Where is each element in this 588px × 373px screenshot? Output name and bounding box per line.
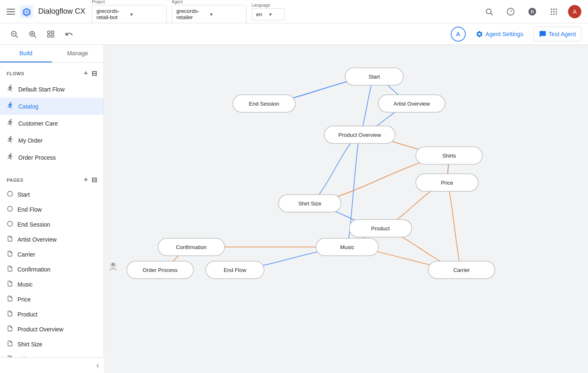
project-chevron-icon: ▾ bbox=[130, 11, 162, 17]
project-dropdown-group: Project grecords-retail-bot ▾ bbox=[92, 0, 167, 23]
page-item-shirt-size[interactable]: Shirt Size bbox=[0, 337, 104, 352]
node-end-session[interactable]: End Session bbox=[233, 95, 295, 112]
node-order-process[interactable]: Order Process bbox=[127, 261, 193, 279]
flow-diagram: StartEnd SessionArtist OverviewProduct O… bbox=[104, 45, 588, 373]
app-logo bbox=[20, 5, 33, 18]
node-label-end-flow: End Flow bbox=[224, 267, 247, 273]
project-label: Project bbox=[92, 0, 167, 4]
page-item-end-flow[interactable]: End Flow bbox=[0, 202, 104, 217]
delete-page-icon[interactable]: ⊟ bbox=[91, 176, 97, 184]
node-shirt-size[interactable]: Shirt Size bbox=[279, 195, 341, 212]
project-value: grecords-retail-bot bbox=[96, 8, 128, 20]
agent-settings-label: Agent Settings bbox=[486, 31, 524, 37]
undo-button[interactable] bbox=[62, 27, 77, 42]
node-shirts[interactable]: Shirts bbox=[416, 147, 482, 164]
sidebar-item-order-process[interactable]: Order Process bbox=[0, 149, 104, 166]
agent-dropdown-group: Agent grecords-retailer ▾ bbox=[172, 0, 247, 23]
svg-point-28 bbox=[7, 206, 12, 211]
person-icon bbox=[110, 262, 116, 270]
sidebar-footer: ‹ bbox=[0, 357, 104, 373]
svg-rect-24 bbox=[52, 31, 54, 33]
page-item-confirmation[interactable]: Confirmation bbox=[0, 262, 104, 277]
node-end-flow[interactable]: End Flow bbox=[206, 261, 264, 279]
project-dropdown[interactable]: grecords-retail-bot ▾ bbox=[92, 5, 167, 23]
node-product[interactable]: Product bbox=[349, 220, 412, 237]
page-label-music: Music bbox=[17, 281, 33, 288]
zoom-out-button[interactable] bbox=[7, 27, 22, 42]
page-item-artist-overview[interactable]: Artist Overview bbox=[0, 232, 104, 247]
svg-rect-23 bbox=[48, 31, 50, 33]
doc-icon bbox=[7, 235, 13, 244]
tab-manage[interactable]: Manage bbox=[52, 45, 104, 62]
svg-point-15 bbox=[556, 13, 557, 15]
agent-settings-button[interactable]: Agent Settings bbox=[471, 27, 529, 41]
page-label-confirmation: Confirmation bbox=[17, 266, 50, 273]
svg-point-29 bbox=[7, 221, 12, 226]
svg-point-2 bbox=[26, 11, 28, 13]
page-item-start[interactable]: Start bbox=[0, 187, 104, 202]
language-dropdown[interactable]: en ▾ bbox=[252, 8, 285, 20]
sidebar-item-default-start-flow[interactable]: Default Start Flow bbox=[0, 81, 104, 98]
flows-label: FLOWS bbox=[7, 71, 24, 76]
page-item-music[interactable]: Music bbox=[0, 277, 104, 292]
node-start[interactable]: Start bbox=[345, 68, 403, 85]
help-icon[interactable]: ? bbox=[503, 4, 518, 19]
flow-label-default-start-flow: Default Start Flow bbox=[18, 86, 64, 93]
svg-line-22 bbox=[34, 35, 36, 37]
flow-canvas[interactable]: StartEnd SessionArtist OverviewProduct O… bbox=[104, 45, 588, 373]
flow-label-order-process: Order Process bbox=[18, 154, 56, 161]
node-product-overview[interactable]: Product Overview bbox=[324, 126, 395, 143]
agent-label: Agent bbox=[172, 0, 247, 4]
node-carrier[interactable]: Carrier bbox=[428, 261, 495, 279]
flow-label-catalog: Catalog bbox=[18, 103, 38, 110]
node-label-product-overview: Product Overview bbox=[338, 132, 381, 138]
app-name: Dialogflow CX bbox=[38, 7, 85, 16]
page-label-artist-overview: Artist Overview bbox=[17, 236, 57, 243]
svg-point-7 bbox=[551, 8, 552, 10]
support-icon[interactable] bbox=[525, 4, 540, 19]
agent-chevron-icon: ▾ bbox=[210, 11, 242, 17]
svg-point-13 bbox=[551, 13, 552, 15]
search-icon[interactable] bbox=[482, 4, 497, 19]
svg-line-18 bbox=[16, 35, 18, 37]
delete-flow-icon[interactable]: ⊟ bbox=[91, 69, 97, 77]
svg-point-10 bbox=[551, 11, 552, 12]
doc-icon bbox=[7, 250, 13, 259]
page-label-carrier: Carrier bbox=[17, 251, 35, 258]
page-item-carrier[interactable]: Carrier bbox=[0, 247, 104, 262]
svg-rect-26 bbox=[52, 35, 54, 37]
agent-avatar-label: A bbox=[456, 31, 460, 37]
node-label-order-process: Order Process bbox=[143, 267, 178, 273]
language-label: Language bbox=[252, 3, 285, 7]
node-artist-overview[interactable]: Artist Overview bbox=[378, 95, 445, 112]
sidebar-item-my-order[interactable]: My Order bbox=[0, 132, 104, 149]
add-flow-icon[interactable]: + bbox=[84, 69, 88, 77]
node-music[interactable]: Music bbox=[316, 238, 378, 256]
topbar: Dialogflow CX Project grecords-retail-bo… bbox=[0, 0, 588, 23]
apps-icon[interactable] bbox=[546, 4, 561, 19]
node-confirmation[interactable]: Confirmation bbox=[158, 238, 225, 256]
sidebar-item-catalog[interactable]: Catalog bbox=[0, 98, 104, 115]
tab-build[interactable]: Build bbox=[0, 45, 52, 62]
test-agent-button[interactable]: Test Agent bbox=[534, 27, 581, 42]
circle-icon bbox=[7, 220, 13, 229]
hamburger-menu[interactable] bbox=[7, 9, 15, 15]
doc-icon bbox=[7, 295, 13, 304]
fit-screen-button[interactable] bbox=[43, 27, 58, 42]
page-item-end-session[interactable]: End Session bbox=[0, 217, 104, 232]
zoom-in-button[interactable] bbox=[25, 27, 40, 42]
circle-icon bbox=[7, 190, 13, 199]
toolbar-right: A Agent Settings Test Agent bbox=[451, 27, 581, 42]
collapse-sidebar-button[interactable]: ‹ bbox=[96, 361, 99, 370]
doc-icon bbox=[7, 340, 13, 348]
node-price[interactable]: Price bbox=[416, 174, 478, 191]
user-avatar[interactable]: A bbox=[568, 5, 581, 18]
sidebar-tabs: Build Manage bbox=[0, 45, 104, 63]
pages-label: PAGES bbox=[7, 178, 23, 183]
agent-dropdown[interactable]: grecords-retailer ▾ bbox=[172, 5, 247, 23]
add-page-icon[interactable]: + bbox=[84, 176, 88, 184]
page-item-product[interactable]: Product bbox=[0, 307, 104, 322]
page-item-price[interactable]: Price bbox=[0, 292, 104, 307]
page-item-product-overview[interactable]: Product Overview bbox=[0, 322, 104, 337]
sidebar-item-customer-care[interactable]: Customer Care bbox=[0, 115, 104, 132]
